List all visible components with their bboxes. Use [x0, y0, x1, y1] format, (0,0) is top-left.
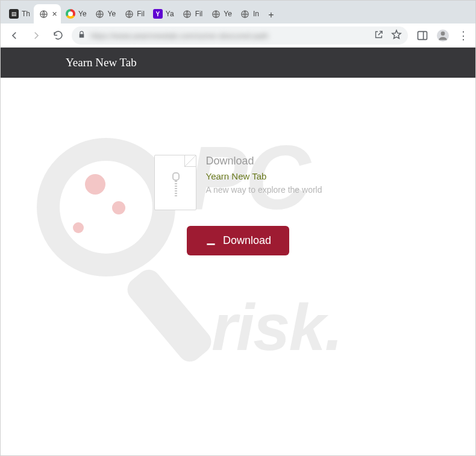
zip-file-icon — [154, 155, 196, 210]
profile-avatar-icon[interactable] — [437, 30, 449, 42]
tab-8[interactable]: In — [236, 4, 263, 23]
page-viewport: PC risk. Yearn New Tab Download Yearn Ne… — [1, 48, 475, 455]
address-bar[interactable]: https://www.yearnnewtab.com/some-obscure… — [72, 27, 408, 45]
share-icon[interactable] — [374, 30, 384, 42]
globe-icon — [124, 9, 134, 19]
download-heading: Download — [206, 155, 322, 167]
page-header: Yearn New Tab — [1, 48, 475, 78]
download-icon — [205, 235, 217, 247]
browser-window: ⌄ — □ ✕ ▤ Th ✕ Ye Ye Fil Y Ya — [0, 0, 476, 456]
bookmark-star-icon[interactable] — [391, 29, 402, 42]
yahoo-icon: Y — [153, 9, 163, 19]
tab-label: In — [253, 10, 259, 18]
tab-label: Ya — [166, 10, 174, 18]
tab-label: Ye — [224, 10, 232, 18]
tab-label: Ye — [108, 10, 116, 18]
tab-2[interactable]: Ye — [61, 4, 90, 23]
globe-icon — [211, 9, 221, 19]
tab-3[interactable]: Ye — [90, 4, 120, 23]
tab-4[interactable]: Fil — [119, 4, 148, 23]
download-product-name: Yearn New Tab — [206, 171, 322, 181]
browser-toolbar: https://www.yearnnewtab.com/some-obscure… — [1, 23, 475, 48]
omnibox-actions — [374, 29, 402, 42]
download-subtitle: A new way to explore the world — [206, 185, 322, 195]
forward-button[interactable] — [28, 28, 44, 43]
download-texts: Download Yearn New Tab A new way to expl… — [206, 155, 322, 195]
chrome-icon — [66, 9, 75, 19]
tab-label: Th — [22, 10, 30, 18]
lock-icon — [78, 31, 86, 40]
page-title: Yearn New Tab — [66, 56, 137, 69]
tab-1-active[interactable]: ✕ — [34, 4, 61, 23]
globe-icon — [39, 9, 48, 19]
tab-0[interactable]: ▤ Th — [4, 4, 34, 23]
toolbar-right: ⋮ — [414, 30, 469, 42]
svg-rect-6 — [418, 31, 427, 39]
globe-icon — [240, 9, 250, 19]
tab-7[interactable]: Ye — [206, 4, 236, 23]
tab-label: Fil — [137, 10, 145, 18]
new-tab-button[interactable]: + — [263, 7, 280, 23]
reload-button[interactable] — [50, 28, 66, 43]
side-panel-icon[interactable] — [416, 30, 428, 42]
globe-icon — [183, 9, 192, 19]
download-button[interactable]: Download — [187, 226, 289, 255]
svg-point-7 — [441, 31, 445, 36]
download-button-label: Download — [223, 234, 271, 247]
page-content: Download Yearn New Tab A new way to expl… — [1, 78, 475, 255]
tab-5[interactable]: Y Ya — [148, 4, 178, 23]
tab-label: Ye — [78, 10, 87, 18]
tab-close-icon[interactable]: ✕ — [52, 10, 57, 18]
tab-strip: ▤ Th ✕ Ye Ye Fil Y Ya Fil — [1, 1, 475, 23]
tab-6[interactable]: Fil — [178, 4, 207, 23]
globe-icon — [95, 9, 105, 19]
favicon-dark-icon: ▤ — [9, 9, 19, 19]
kebab-menu-icon[interactable]: ⋮ — [457, 30, 469, 42]
back-button[interactable] — [7, 28, 22, 43]
tab-label: Fil — [195, 10, 203, 18]
url-text: https://www.yearnnewtab.com/some-obscure… — [90, 31, 369, 40]
download-card: Download Yearn New Tab A new way to expl… — [154, 155, 322, 210]
